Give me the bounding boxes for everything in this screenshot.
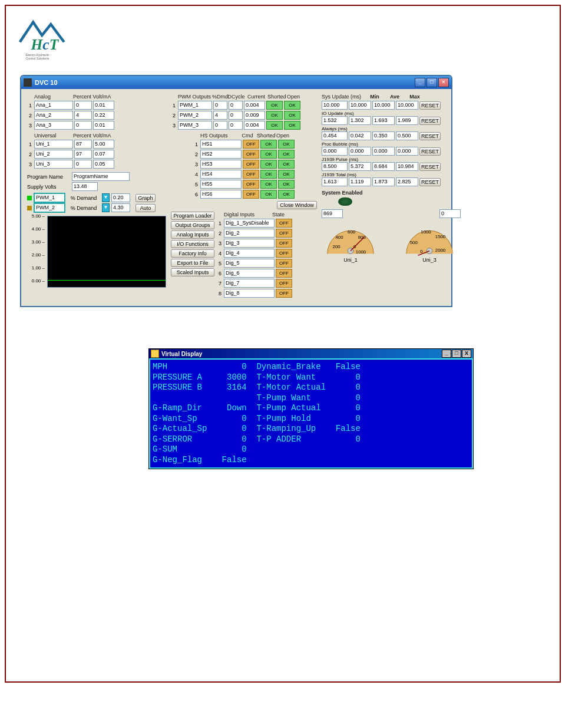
io-percent: 87 <box>74 140 92 149</box>
side-button[interactable]: Factory Info <box>171 249 214 258</box>
virtual-display-window: Virtual Display _ □ X MPH 0 Dynamic_Brak… <box>148 348 474 469</box>
hs-row: 1HS1OFFOKOK <box>193 140 317 149</box>
side-button[interactable]: Analog Inputs <box>171 230 214 239</box>
svg-text:2000: 2000 <box>435 248 446 253</box>
side-button[interactable]: Scaled Inputs <box>171 268 214 276</box>
svg-text:200: 200 <box>333 244 341 249</box>
io-val: 0.01 <box>93 101 114 110</box>
dig-row: 3Dig_3OFF <box>217 239 299 248</box>
side-button[interactable]: I/O Functions <box>171 240 214 248</box>
program-name-label: Program Name <box>27 174 71 180</box>
svg-text:1000: 1000 <box>356 250 366 255</box>
shorted-status: OK <box>266 101 283 110</box>
io-name[interactable]: Uni_1 <box>34 140 73 149</box>
pwm-header: PWM Outputs <box>178 94 211 100</box>
maximize-button[interactable]: □ <box>427 78 437 87</box>
cmd-status: OFF <box>243 150 259 159</box>
dig-row: 2Dig_2OFF <box>217 229 299 238</box>
gauge-uni-1: 20040060080001000 <box>322 222 379 257</box>
vd-title-bar[interactable]: Virtual Display _ □ X <box>149 349 473 358</box>
dvc10-window: DVC 10 _ □ × AnalogPercent Volt/mA 1Ana_… <box>20 75 452 307</box>
shorted-status: OK <box>260 190 277 199</box>
hs-row: 3HS3OFFOKOK <box>193 160 317 169</box>
timing-row: 10.00010.00010.00010.000RESET <box>322 101 445 110</box>
svg-text:400: 400 <box>336 235 344 240</box>
hs-row: 6HS6OFFOKOK <box>193 190 317 199</box>
pwm-row: 1PWM_1000.004OKOK <box>171 101 317 110</box>
title-bar[interactable]: DVC 10 _ □ × <box>21 76 451 89</box>
pwm-row: 2PWM_2400.009OKOK <box>171 111 317 120</box>
minimize-button[interactable]: _ <box>415 78 425 87</box>
dig-row: 4Dig_4OFF <box>217 249 299 258</box>
vd-maximize-button[interactable]: □ <box>452 350 461 358</box>
shorted-status: OK <box>260 180 277 189</box>
dig-state: OFF <box>276 279 292 288</box>
chevron-down-icon[interactable]: ▼ <box>102 203 110 212</box>
gauge-uni-3: 5001000150020000 <box>401 222 458 257</box>
timing-row: 0.0000.0000.0000.000RESET <box>322 147 445 156</box>
open-status: OK <box>278 160 295 169</box>
io-name[interactable]: Ana_2 <box>34 111 73 120</box>
hct-logo: HcT Electro-Hydraulic Control Solutions <box>18 18 71 62</box>
open-status: OK <box>278 140 295 149</box>
shorted-status: OK <box>260 140 277 149</box>
dig-state: OFF <box>276 219 292 228</box>
vd-title: Virtual Display <box>161 351 441 357</box>
chevron-down-icon[interactable]: ▼ <box>102 193 110 202</box>
reset-button[interactable]: RESET <box>419 117 441 125</box>
reset-button[interactable]: RESET <box>419 178 441 186</box>
cmd-status: OFF <box>243 180 259 189</box>
shorted-status: OK <box>266 121 283 130</box>
io-row: 2Uni_2970.07 <box>27 150 166 159</box>
dig-row: 1Dig_1_SysDisableOFF <box>217 219 299 228</box>
io-name[interactable]: Uni_3 <box>34 160 73 169</box>
io-name[interactable]: Uni_2 <box>34 150 73 159</box>
open-status: OK <box>278 180 295 189</box>
supply-volts-label: Supply Volts <box>27 184 71 190</box>
svg-text:1000: 1000 <box>421 229 431 235</box>
analog-header: Analog <box>34 94 72 100</box>
reset-button[interactable]: RESET <box>419 163 441 171</box>
io-val: 0.22 <box>93 111 114 120</box>
hs-header: HS Outputs <box>200 133 238 139</box>
cmd-status: OFF <box>243 190 259 199</box>
gauge-2-value: 0 <box>439 209 461 218</box>
cmd-status: OFF <box>243 140 259 149</box>
side-button[interactable]: Export to File <box>171 259 214 267</box>
dig-row: 7Dig_7OFF <box>217 279 299 288</box>
io-row: 2Ana_240.22 <box>27 111 166 120</box>
vd-minimize-button[interactable]: _ <box>442 350 451 358</box>
reset-button[interactable]: RESET <box>419 132 441 140</box>
close-button[interactable]: × <box>438 78 449 87</box>
dig-row: 6Dig_6OFF <box>217 269 299 278</box>
cmd-status: OFF <box>243 160 259 169</box>
io-name[interactable]: Ana_1 <box>34 101 73 110</box>
shorted-status: OK <box>260 170 277 179</box>
close-window-button[interactable]: Close Window <box>277 201 317 209</box>
plot-area <box>47 216 166 288</box>
vd-close-button[interactable]: X <box>462 350 471 358</box>
vd-body: MPH 0 Dynamic_Brake False PRESSURE A 300… <box>149 358 473 469</box>
graph-button[interactable]: Graph <box>135 194 156 202</box>
io-val: 0.01 <box>93 121 114 130</box>
svg-text:Control Solutions: Control Solutions <box>26 57 49 60</box>
hs-row: 4HS4OFFOKOK <box>193 170 317 179</box>
io-row: 1Ana_100.01 <box>27 101 166 110</box>
side-button[interactable]: Program Loader <box>171 212 214 220</box>
app-icon <box>24 78 32 87</box>
side-button[interactable]: Output Groups <box>171 221 214 229</box>
timing-row: 1.5321.3021.6931.989RESET <box>322 116 445 125</box>
vd-icon <box>151 350 159 358</box>
reset-button[interactable]: RESET <box>419 147 441 156</box>
io-name[interactable]: Ana_3 <box>34 121 73 130</box>
supply-volts-value: 13.48 <box>72 182 98 191</box>
universal-header: Universal <box>34 133 72 139</box>
reset-button[interactable]: RESET <box>419 101 441 110</box>
svg-text:Electro-Hydraulic: Electro-Hydraulic <box>26 53 49 57</box>
dig-row: 8Dig_8OFF <box>217 289 299 298</box>
program-name-input[interactable]: ProgramName <box>72 172 130 181</box>
open-status: OK <box>284 101 300 110</box>
svg-text:1500: 1500 <box>435 234 446 239</box>
auto-button[interactable]: Auto <box>135 204 156 212</box>
io-row: 3Uni_300.05 <box>27 160 166 169</box>
